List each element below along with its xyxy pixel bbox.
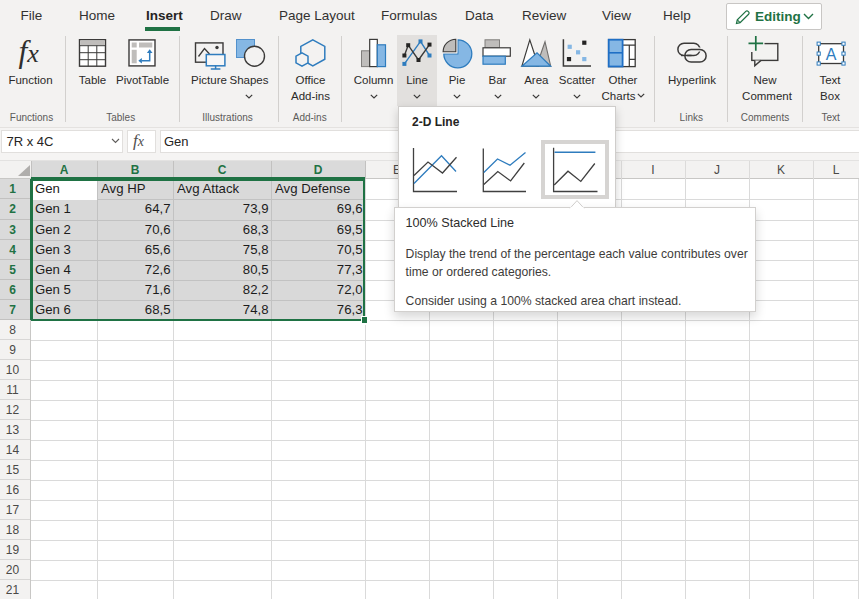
- svg-text:A: A: [826, 46, 837, 63]
